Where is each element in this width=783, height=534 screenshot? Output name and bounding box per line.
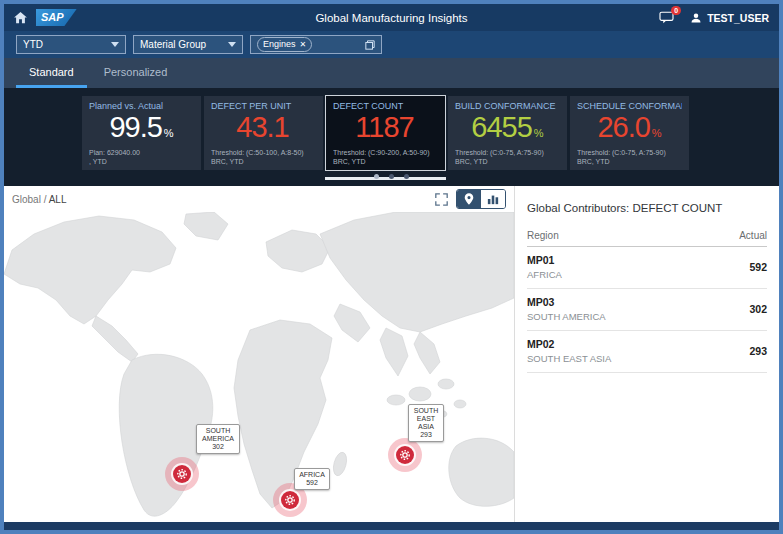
row-region: SOUTH EAST ASIA [527,353,611,364]
app-window: SAP Global Manufacturing Insights 0 TEST… [0,0,783,534]
dropdown-chevron-icon [111,42,119,47]
world-map-landmass [4,212,514,522]
kpi-value: 26.0% [577,112,682,149]
carousel-dots [4,165,779,183]
kpi-value: 99.5% [89,112,194,149]
chart-view-button[interactable] [481,190,505,208]
map-view-button[interactable] [457,190,481,208]
main-content: Global / ALL [4,186,779,522]
kpi-footnote: Threshold: (C:0-75, A:75-90)BRC, YTD [455,148,563,166]
breadcrumb: Global / ALL [12,194,427,205]
home-icon[interactable] [14,12,27,24]
shell-header: SAP Global Manufacturing Insights 0 TEST… [4,4,779,31]
value-help-icon[interactable] [365,40,375,50]
filter-bar: YTD Material Group Engines ✕ [4,31,779,58]
defect-marker-icon [176,468,188,480]
breadcrumb-current: ALL [49,194,67,205]
map-toolbar: Global / ALL [4,186,514,212]
remove-token-icon[interactable]: ✕ [300,38,307,51]
kpi-title: BUILD CONFORMANCE [455,101,560,111]
row-code: MP01 [527,254,562,266]
engines-token-field[interactable]: Engines ✕ [250,35,382,54]
contributors-panel-title: Global Contributors: DEFECT COUNT [527,202,767,214]
table-row[interactable]: MP03 SOUTH AMERICA 302 [527,289,767,331]
chart-view-icon [487,193,499,205]
column-region: Region [527,230,559,241]
material-group-select[interactable]: Material Group [133,35,243,54]
row-region: SOUTH AMERICA [527,311,606,322]
table-row[interactable]: MP01 AFRICA 592 [527,247,767,289]
contributors-table-header: Region Actual [527,230,767,247]
kpi-footnote: Threshold: (C:0-75, A:75-90)BRC, YTD [577,148,685,166]
breadcrumb-root[interactable]: Global [12,194,41,205]
contributors-panel: Global Contributors: DEFECT COUNT Region… [515,186,779,522]
kpi-footnote: Threshold: (C:50-100, A:8-50)BRC, YTD [211,148,319,166]
map-label-south-america: SOUTH AMERICA 302 [196,424,240,454]
carousel-dot[interactable] [404,174,409,179]
user-name: TEST_USER [707,12,769,24]
carousel-dot[interactable] [374,174,379,179]
map-label-south-east-asia: SOUTH EAST ASIA 293 [408,404,444,442]
tab-personalized[interactable]: Personalized [91,58,181,88]
defect-marker-icon [284,494,296,506]
breadcrumb-separator: / [44,194,47,205]
dropdown-chevron-icon [228,42,236,47]
kpi-footnote: Threshold: (C:90-200, A:50-90)BRC, YTD [333,148,441,166]
table-row[interactable]: MP02 SOUTH EAST ASIA 293 [527,331,767,373]
kpi-title: Planned vs. Actual [89,101,194,111]
row-actual: 592 [749,261,767,273]
period-select-value: YTD [23,39,43,50]
row-code: MP03 [527,296,606,308]
defect-marker-icon [399,449,411,461]
engines-token: Engines ✕ [257,37,312,52]
kpi-title: SCHEDULE CONFORMANCE [577,101,682,111]
kpi-tile-defect-count[interactable]: DEFECT COUNT 1187 Threshold: (C:90-200, … [326,96,445,170]
bottom-bar [4,522,779,530]
tab-standard[interactable]: Standard [16,58,87,88]
sap-logo: SAP [36,9,77,26]
view-tabs: Standard Personalized [4,58,779,88]
kpi-value: 43.1 [211,112,316,149]
row-actual: 293 [749,345,767,357]
world-map[interactable]: SOUTH AMERICA 302 AFRICA 592 SOUTH EAST … [4,212,514,522]
carousel-dot[interactable] [389,174,394,179]
map-marker-south-east-asia[interactable] [388,438,422,472]
page-title: Global Manufacturing Insights [315,12,467,24]
user-menu[interactable]: TEST_USER [690,12,769,24]
map-marker-south-america[interactable] [165,457,199,491]
kpi-title: DEFECT PER UNIT [211,101,316,111]
kpi-value: 6455% [455,112,560,149]
kpi-tile-planned-vs-actual[interactable]: Planned vs. Actual 99.5% Plan: 629040.00… [82,96,201,170]
kpi-value: 1187 [333,112,438,149]
user-icon [690,12,702,24]
column-actual: Actual [739,230,767,241]
row-region: AFRICA [527,269,562,280]
period-select[interactable]: YTD [16,35,126,54]
material-group-select-value: Material Group [140,39,206,50]
kpi-tile-schedule-conformance[interactable]: SCHEDULE CONFORMANCE 26.0% Threshold: (C… [570,96,689,170]
engines-token-label: Engines [263,38,296,51]
kpi-title: DEFECT COUNT [333,101,438,111]
row-code: MP02 [527,338,611,350]
row-actual: 302 [749,303,767,315]
kpi-tile-build-conformance[interactable]: BUILD CONFORMANCE 6455% Threshold: (C:0-… [448,96,567,170]
kpi-footnote: Plan: 629040.00, YTD [89,148,197,166]
fullscreen-icon[interactable] [435,193,448,206]
notifications-icon[interactable]: 0 [659,11,674,24]
map-view-icon [464,193,474,205]
map-label-africa: AFRICA 592 [294,468,330,490]
view-switcher [456,189,506,209]
notification-badge: 0 [671,6,681,15]
kpi-tile-defect-per-unit[interactable]: DEFECT PER UNIT 43.1 Threshold: (C:50-10… [204,96,323,170]
kpi-carousel: Planned vs. Actual 99.5% Plan: 629040.00… [4,88,779,186]
map-pane: Global / ALL [4,186,515,522]
